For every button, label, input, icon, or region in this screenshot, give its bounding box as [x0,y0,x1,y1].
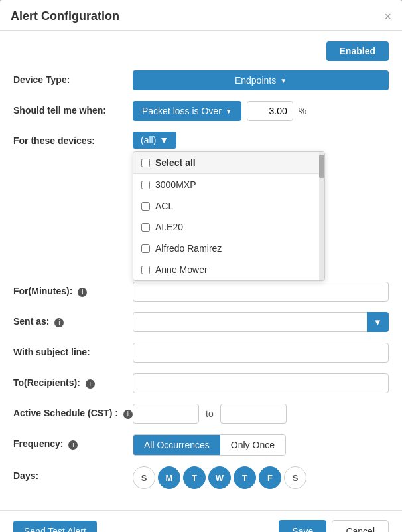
time-to-input[interactable]: 23:59 [220,404,287,424]
should-tell-row: Should tell me when: Packet loss is Over… [13,101,389,121]
device-type-row: Device Type: Endpoints ▼ [13,70,389,90]
modal-container: Alert Configuration × Enabled Device Typ… [0,0,402,532]
time-from-input[interactable]: 00:00 [133,404,199,424]
subject-line-control [133,343,389,363]
item-label: AI.E20 [155,222,183,232]
threshold-input[interactable] [247,101,293,121]
day-tuesday[interactable]: T [183,466,206,489]
item-label: Alfredo Ramirez [155,243,222,254]
for-minutes-input[interactable] [133,282,389,302]
day-thursday[interactable]: T [234,466,256,489]
dropdown-item-aie20[interactable]: AI.E20 [133,217,324,238]
for-minutes-row: For(Minutes): i [13,282,389,302]
condition-dropdown[interactable]: Packet loss is Over ▼ [133,101,241,121]
enabled-row: Enabled [13,41,389,61]
time-range: 00:00 to 23:59 [133,404,287,424]
only-once-button[interactable]: Only Once [220,435,285,455]
checkbox-alfredo[interactable] [141,244,150,253]
item-label: 3000MXP [155,179,196,190]
days-row: Days: S M T W T F S [13,466,389,489]
modal-body: Enabled Device Type: Endpoints ▼ Should … [0,31,402,510]
device-type-dropdown[interactable]: Endpoints ▼ [133,70,389,90]
subject-line-row: With subject line: [13,343,389,363]
for-devices-value: (all) [141,135,156,145]
should-tell-control: Packet loss is Over ▼ % [133,101,389,121]
for-devices-label: For these devices: [13,132,133,146]
dropdown-scrollbar [319,152,324,280]
sent-as-info-icon[interactable]: i [54,318,64,327]
sent-as-arrow-icon: ▼ [373,317,382,327]
time-separator: to [206,408,214,419]
enabled-button[interactable]: Enabled [326,41,389,61]
recipients-row: To(Recipients): i [13,373,389,393]
day-sunday[interactable]: S [133,466,155,489]
sent-as-input-group: ▼ [133,312,389,332]
day-monday[interactable]: M [158,466,180,489]
sent-as-row: Sent as: i ▼ [13,312,389,332]
dropdown-item-3000mxp[interactable]: 3000MXP [133,174,324,195]
for-devices-dropdown[interactable]: (all) ▼ [133,132,176,149]
sent-as-control: ▼ [133,312,389,332]
day-saturday[interactable]: S [284,466,306,489]
day-wednesday[interactable]: W [208,466,231,489]
dropdown-item-anne[interactable]: Anne Mower [133,259,324,280]
should-tell-label: Should tell me when: [13,101,133,116]
dropdown-arrow-icon: ▼ [280,77,287,84]
for-minutes-label: For(Minutes): i [13,282,133,297]
recipients-info-icon[interactable]: i [86,379,95,389]
subject-line-input[interactable] [133,343,389,363]
send-test-alert-button[interactable]: Send Test Alert [13,521,97,532]
all-occurrences-button[interactable]: All Occurrences [133,435,220,455]
modal-title: Alert Configuration [11,9,119,23]
modal-header: Alert Configuration × [0,0,402,31]
days-label: Days: [13,466,133,481]
sent-as-label: Sent as: i [13,312,133,327]
frequency-control: All Occurrences Only Once [133,434,389,456]
for-minutes-control [133,282,389,302]
dropdown-item-alfredo[interactable]: Alfredo Ramirez [133,238,324,259]
device-type-value: Endpoints [235,75,276,86]
for-devices-row: For these devices: (all) ▼ Select all 30… [13,132,389,149]
frequency-info-icon[interactable]: i [68,440,78,450]
footer-right-buttons: Save Cancel [279,520,389,532]
schedule-info-icon[interactable]: i [123,410,133,419]
checkbox-3000mxp[interactable] [141,181,150,189]
for-devices-control: (all) ▼ Select all 3000MXP ACL [133,132,389,149]
select-all-item[interactable]: Select all [133,152,324,174]
frequency-label: Frequency: i [13,434,133,450]
percent-symbol: % [299,106,306,116]
close-button[interactable]: × [384,11,391,23]
select-all-checkbox[interactable] [141,159,150,167]
days-control: S M T W T F S [133,466,389,489]
active-schedule-label: Active Schedule (CST) : i [13,404,133,419]
device-type-label: Device Type: [13,70,133,85]
for-minutes-info-icon[interactable]: i [78,288,87,297]
checkbox-aie20[interactable] [141,223,150,232]
save-button[interactable]: Save [279,520,326,532]
condition-arrow-icon: ▼ [226,108,232,115]
select-all-label: Select all [155,157,196,168]
sent-as-dropdown-btn[interactable]: ▼ [367,312,389,332]
scrollbar-thumb [319,155,324,178]
frequency-toggle-group: All Occurrences Only Once [133,434,286,456]
recipients-control [133,373,389,393]
days-toggle-group: S M T W T F S [133,466,306,489]
condition-value: Packet loss is Over [142,106,222,116]
item-label: Anne Mower [155,264,208,275]
devices-arrow-icon: ▼ [159,135,168,145]
modal-footer: Send Test Alert Save Cancel [0,510,402,532]
sent-as-input[interactable] [133,312,368,332]
active-schedule-control: 00:00 to 23:59 [133,404,389,424]
devices-dropdown-menu: Select all 3000MXP ACL AI.E20 [133,151,325,281]
device-type-control: Endpoints ▼ [133,70,389,90]
active-schedule-row: Active Schedule (CST) : i 00:00 to 23:59 [13,404,389,424]
checkbox-anne[interactable] [141,266,150,274]
frequency-row: Frequency: i All Occurrences Only Once [13,434,389,456]
day-friday[interactable]: F [259,466,281,489]
item-label: ACL [155,201,173,211]
dropdown-item-acl[interactable]: ACL [133,195,324,217]
recipients-label: To(Recipients): i [13,373,133,389]
checkbox-acl[interactable] [141,202,150,211]
cancel-button[interactable]: Cancel [332,520,389,532]
recipients-input[interactable] [133,373,389,393]
